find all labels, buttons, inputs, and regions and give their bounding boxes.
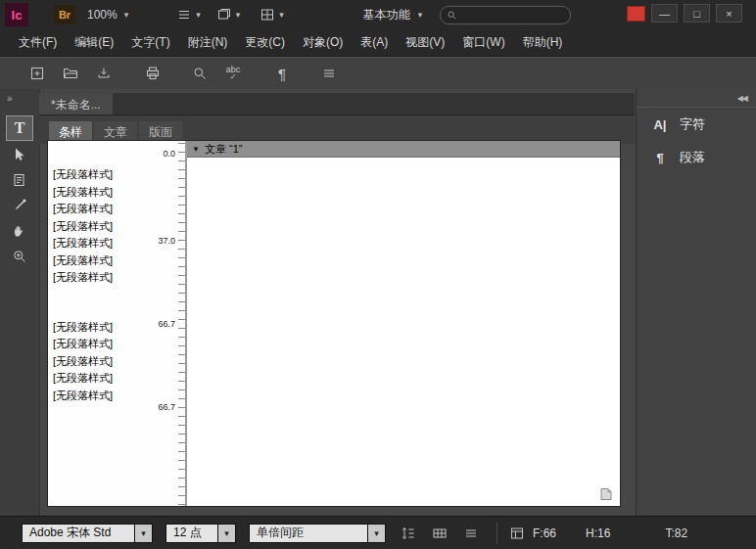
tool-list: T	[0, 115, 39, 268]
paragraph-style-label: [无段落样式]	[48, 336, 144, 353]
position-tool[interactable]	[7, 143, 32, 166]
cursor-arrow-icon	[12, 147, 27, 162]
statusbar-menu-button[interactable]	[461, 524, 481, 543]
galley-gap	[48, 287, 144, 319]
chevron-down-icon: ▾	[124, 10, 129, 20]
open-button[interactable]	[59, 62, 82, 85]
magnifier-icon	[192, 66, 208, 81]
menu-help[interactable]: 帮助(H)	[514, 29, 572, 56]
character-panel-button[interactable]: A| 字符	[637, 108, 756, 141]
menu-edit[interactable]: 编辑(E)	[66, 29, 122, 56]
eyedropper-icon	[12, 198, 27, 213]
show-hidden-characters-button[interactable]: ¶	[270, 62, 294, 85]
panel-dock: ◀◀ A| 字符 ¶ 段落	[636, 89, 756, 517]
zoom-tool[interactable]	[7, 245, 32, 268]
type-tool-icon: T	[15, 119, 25, 137]
hand-icon	[12, 223, 27, 239]
word-count: T:82	[665, 526, 687, 540]
menu-type[interactable]: 文字(T)	[122, 29, 178, 56]
character-panel-label: 字符	[680, 115, 705, 133]
dock-expand-button[interactable]: ◀◀	[737, 94, 747, 103]
document-tab[interactable]: *未命名...	[39, 93, 113, 114]
hand-tool[interactable]	[7, 219, 32, 243]
minimize-button[interactable]: —	[651, 4, 678, 23]
incopy-logo: Ic	[5, 3, 28, 26]
menu-table[interactable]: 表(A)	[352, 29, 397, 56]
save-icon	[96, 66, 112, 81]
line-count: H:16	[586, 526, 610, 540]
spell-check-button[interactable]: abc ✓	[221, 62, 245, 85]
galley-panel[interactable]: [无段落样式] [无段落样式] [无段落样式] [无段落样式] [无段落样式] …	[47, 140, 185, 507]
type-tool[interactable]: T	[6, 115, 33, 141]
font-family-select[interactable]: Adobe 宋体 Std ▾	[22, 524, 153, 543]
view-options-dropdown[interactable]: ▾	[173, 5, 204, 24]
screen-mode-dropdown[interactable]: ▾	[213, 5, 244, 24]
search-box[interactable]	[440, 6, 571, 24]
character-panel-icon: A|	[650, 117, 670, 132]
leading-button[interactable]	[399, 524, 418, 543]
document-tab-bar: *未命名...	[39, 93, 635, 115]
chevron-down-icon: ▾	[236, 10, 241, 20]
arrange-documents-icon	[260, 7, 275, 23]
print-button[interactable]	[141, 62, 165, 85]
font-size-select[interactable]: 12 点 ▾	[165, 524, 236, 543]
chevron-down-icon[interactable]: ▾	[218, 524, 236, 543]
close-button[interactable]: ×	[716, 4, 742, 23]
collapse-triangle-icon[interactable]: ▼	[192, 145, 200, 154]
paragraph-style-label: [无段落样式]	[48, 218, 144, 236]
bridge-button[interactable]: Br	[54, 5, 75, 24]
menu-view[interactable]: 视图(V)	[397, 29, 453, 56]
status-bar: Adobe 宋体 Std ▾ 12 点 ▾ 单倍间距 ▾ F:66 H:16 T…	[0, 516, 756, 549]
view-options-icon	[176, 7, 192, 23]
note-tool[interactable]	[7, 168, 32, 192]
maximize-button[interactable]: □	[684, 4, 710, 23]
pilcrow-icon: ¶	[278, 66, 286, 82]
paragraph-style-label: [无段落样式]	[48, 201, 144, 218]
paragraph-style-label: [无段落样式]	[48, 388, 144, 405]
toolbar-menu-button[interactable]	[317, 62, 341, 85]
new-document-icon	[29, 66, 45, 81]
menu-window[interactable]: 窗口(W)	[453, 29, 513, 56]
menu-notes[interactable]: 附注(N)	[179, 29, 237, 56]
printer-icon	[145, 66, 161, 81]
zoom-level-dropdown[interactable]: 100% ▾	[87, 8, 128, 22]
red-window-button[interactable]	[627, 6, 645, 22]
zoom-icon	[12, 249, 27, 264]
paragraph-style-label: [无段落样式]	[48, 166, 144, 184]
search-input[interactable]	[461, 8, 551, 22]
note-icon	[12, 172, 27, 188]
menu-object[interactable]: 对象(O)	[294, 29, 352, 56]
paragraph-style-label: [无段落样式]	[48, 353, 144, 371]
menu-file[interactable]: 文件(F)	[10, 29, 66, 56]
paragraph-panel-icon: ¶	[650, 151, 670, 165]
paragraph-panel-label: 段落	[680, 149, 705, 166]
new-document-button[interactable]	[25, 62, 49, 85]
chevron-down-icon[interactable]: ▾	[368, 524, 386, 543]
paragraph-style-label: [无段落样式]	[48, 319, 144, 337]
paragraph-panel-button[interactable]: ¶ 段落	[637, 141, 756, 174]
chevron-down-icon: ▾	[279, 10, 284, 20]
chevron-down-icon[interactable]: ▾	[135, 524, 153, 543]
find-button[interactable]	[188, 62, 212, 85]
font-family-value: Adobe 宋体 Std	[22, 524, 135, 543]
word-count-button[interactable]	[507, 524, 527, 543]
hamburger-icon	[321, 66, 337, 81]
story-panel: ▼ 文章 “1”	[187, 140, 621, 507]
document-window: *未命名... 条样 文章 版面 [无段落样式] [无段落样式] [无段落样式]…	[39, 93, 635, 513]
folder-open-icon	[63, 66, 78, 81]
info-table-icon	[509, 526, 525, 541]
workspace-switcher[interactable]: 基本功能 ▾	[363, 7, 423, 23]
depth-marker: 37.0	[158, 236, 175, 246]
footnote-count: F:66	[533, 526, 556, 540]
save-button[interactable]	[92, 62, 116, 85]
paragraph-style-label: [无段落样式]	[48, 370, 144, 388]
eyedropper-tool[interactable]	[7, 194, 32, 217]
tools-panel-expand-button[interactable]: »	[0, 89, 39, 104]
depth-ruler: 0.0 37.0 66.7 66.7	[144, 141, 185, 506]
line-spacing-select[interactable]: 单倍间距 ▾	[249, 524, 386, 543]
story-text-area[interactable]	[187, 158, 620, 506]
dock-header: ◀◀	[637, 89, 756, 108]
menu-changes[interactable]: 更改(C)	[236, 29, 294, 56]
arrange-documents-dropdown[interactable]: ▾	[257, 5, 287, 24]
grid-view-button[interactable]	[430, 524, 449, 543]
